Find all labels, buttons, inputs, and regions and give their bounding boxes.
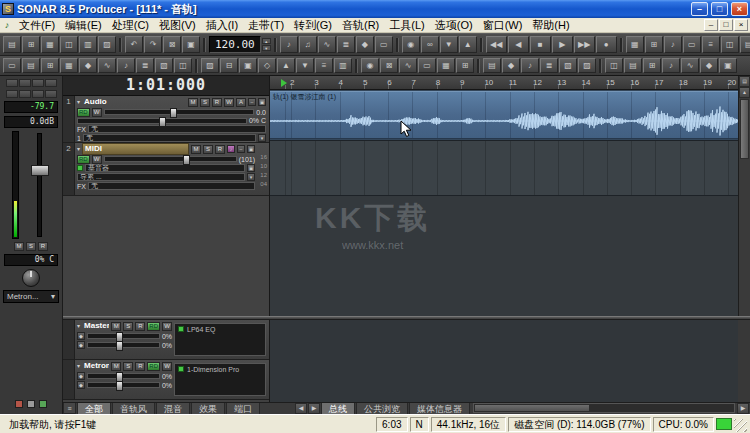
menu-item[interactable]: 音轨(R) — [337, 18, 384, 33]
bus-volume-slider[interactable] — [87, 373, 160, 379]
inspector-button[interactable] — [19, 90, 31, 98]
toolbar-button[interactable]: ♪ — [280, 36, 298, 53]
toolbar-button[interactable]: ▼ — [296, 58, 314, 73]
toolbar-button[interactable]: ▧ — [155, 58, 173, 73]
toolbar-button[interactable]: ▣ — [182, 36, 200, 53]
toolbar-button[interactable]: ♪ — [117, 58, 135, 73]
track-name[interactable]: MIDI — [82, 143, 189, 155]
instrument-edit-icon[interactable]: ▣ — [247, 164, 255, 172]
inspector-button[interactable] — [6, 79, 18, 87]
toolbar-button[interactable]: ♪ — [662, 58, 680, 73]
bus-name[interactable]: Master — [82, 321, 109, 331]
toolbar-button[interactable]: ◫ — [721, 36, 739, 53]
menu-item[interactable]: 转到(G) — [289, 18, 337, 33]
toolbar-button[interactable]: ∿ — [318, 36, 336, 53]
toolbar-button[interactable]: ▨ — [201, 58, 219, 73]
toolbar-button[interactable]: ▥ — [79, 36, 97, 53]
toolbar-button[interactable]: ⊞ — [41, 58, 59, 73]
toolbar-button[interactable]: ▦ — [437, 58, 455, 73]
transport-button[interactable]: ◀ — [508, 36, 529, 53]
bus-clips-area[interactable] — [270, 320, 738, 402]
volume-slider-thumb[interactable] — [170, 108, 177, 118]
bus-fx-bin[interactable]: LP64 EQ — [174, 323, 266, 356]
toolbar-button[interactable]: ▼ — [440, 36, 458, 53]
write-button[interactable]: W — [162, 362, 172, 371]
toolbar-button[interactable]: ◉ — [361, 58, 379, 73]
scroll-up-icon[interactable]: ▲ — [739, 87, 750, 98]
toolbar-button[interactable]: ▭ — [418, 58, 436, 73]
arm-button[interactable]: R — [212, 98, 222, 107]
minimize-button[interactable]: – — [691, 2, 708, 16]
solo-button[interactable]: S — [123, 362, 133, 371]
toolbar-button[interactable]: ◆ — [700, 58, 718, 73]
toolbar-button[interactable]: ▨ — [578, 58, 596, 73]
toolbar-button[interactable]: ⊞ — [456, 58, 474, 73]
write-automation-button[interactable]: W — [224, 98, 234, 107]
toolbar-button[interactable]: ◫ — [60, 36, 78, 53]
midi-clip-lane[interactable] — [270, 141, 738, 196]
view-tab[interactable]: 公共浏览 — [356, 402, 408, 414]
minimize-strip-icon[interactable]: – — [237, 145, 245, 153]
now-time-display[interactable]: 1:01:000 — [63, 76, 269, 96]
input-selector[interactable]: 无 — [83, 134, 256, 142]
hscroll-right-icon[interactable]: ▶ — [737, 403, 749, 414]
toolbar-button[interactable]: ≣ — [540, 58, 558, 73]
io-dropdown-icon[interactable]: ▾ — [258, 134, 266, 142]
mute-button[interactable]: M — [111, 362, 121, 371]
volume-slider[interactable] — [104, 109, 255, 115]
toolbar-button[interactable]: ▤ — [483, 58, 501, 73]
toolbar-button[interactable]: ▭ — [3, 58, 21, 73]
toolbar-button[interactable]: ≣ — [136, 58, 154, 73]
toolbar-button[interactable]: ▧ — [559, 58, 577, 73]
instrument-selector[interactable]: 基音器 — [85, 164, 245, 172]
transport-button[interactable]: ▶ — [552, 36, 573, 53]
write-button[interactable]: W — [92, 108, 102, 117]
view-tab[interactable]: 总线 — [321, 402, 355, 414]
mute-button[interactable]: M — [111, 322, 121, 331]
transport-button[interactable]: ▶▶ — [574, 36, 595, 53]
read-automation-button[interactable]: RD — [77, 108, 90, 117]
toolbar-button[interactable]: ≣ — [337, 36, 355, 53]
device-selector[interactable]: Metron... ▾ — [3, 290, 59, 303]
patch-selector[interactable]: 导累 ... — [77, 173, 245, 181]
clips-pane[interactable]: 234567891011121314151617181920 轨(1) 银雪涉江… — [270, 76, 738, 316]
toolbar-button[interactable]: ▤ — [624, 58, 642, 73]
toolbar-button[interactable]: ♫ — [299, 36, 317, 53]
toolbar-button[interactable]: ▤ — [740, 36, 750, 53]
toolbar-button[interactable]: ◫ — [174, 58, 192, 73]
velocity-slider[interactable] — [104, 156, 237, 162]
menu-item[interactable]: 处理(C) — [107, 18, 154, 33]
track-pane-tab[interactable]: 端口 — [226, 402, 260, 414]
transport-button[interactable]: ◀◀ — [486, 36, 507, 53]
toolbar-button[interactable]: ◫ — [605, 58, 623, 73]
resize-grip[interactable] — [734, 419, 747, 432]
audio-clip-lane[interactable]: 轨(1) 银雪涉江南 (1) — [270, 90, 738, 141]
collapse-arrow-icon[interactable]: ▾ — [77, 145, 80, 153]
toolbar-button[interactable]: ⊠ — [163, 36, 181, 53]
tempo-display[interactable]: 120.00 — [209, 36, 261, 53]
toolbar-button[interactable]: ∿ — [681, 58, 699, 73]
toolbar-button[interactable]: ≡ — [702, 36, 720, 53]
menu-item[interactable]: 走带(T) — [243, 18, 289, 33]
now-time-marker-icon[interactable] — [281, 79, 287, 87]
tempo-down-button[interactable]: ▼ — [262, 45, 271, 51]
toolbar-button[interactable]: ⊞ — [645, 36, 663, 53]
toolbar-button[interactable]: ▲ — [277, 58, 295, 73]
inspector-button[interactable] — [32, 90, 44, 98]
pan-slider[interactable] — [77, 118, 247, 124]
menu-item[interactable]: 工具(L) — [384, 18, 429, 33]
toolbar-button[interactable]: ↶ — [125, 36, 143, 53]
mute-solo-record-button[interactable]: S — [26, 242, 36, 251]
toolbar-button[interactable]: ▦ — [626, 36, 644, 53]
bus-pan-thumb[interactable] — [116, 381, 123, 391]
menu-item[interactable]: 文件(F) — [14, 18, 60, 33]
transport-button[interactable]: ● — [596, 36, 617, 53]
inspector-button[interactable] — [45, 90, 57, 98]
write-button[interactable]: W — [92, 155, 102, 164]
toolbar-button[interactable]: ↷ — [144, 36, 162, 53]
write-button[interactable]: W — [162, 322, 172, 331]
toolbar-button[interactable]: ⊟ — [220, 58, 238, 73]
fx-bin[interactable]: 无 — [88, 125, 266, 133]
timeline-ruler[interactable]: 234567891011121314151617181920 — [270, 76, 738, 90]
toolbar-button[interactable]: ▲ — [459, 36, 477, 53]
